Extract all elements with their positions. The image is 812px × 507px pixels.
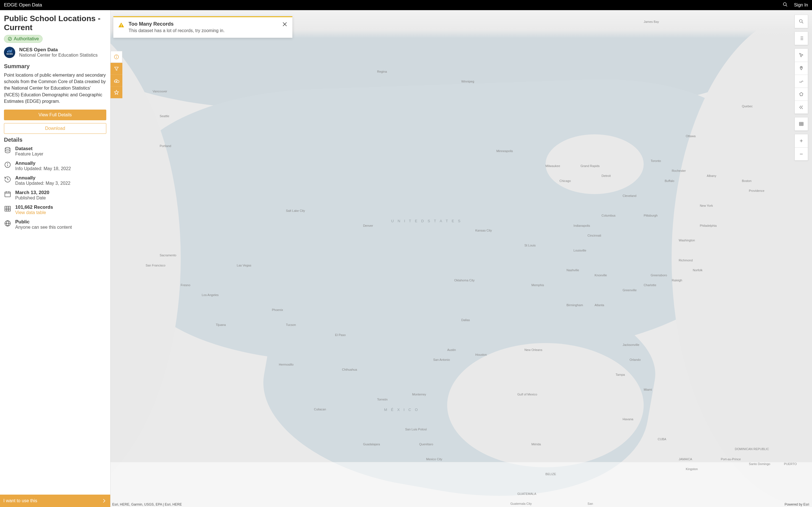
sidebar: Public School Locations - Current Author… (0, 10, 110, 507)
map-canvas[interactable]: U N I T E D S T A T E S M É X I C O Regi… (110, 10, 812, 507)
detail-records-title: 101,662 Records (15, 205, 53, 210)
alert-body: This dataset has a lot of records, try z… (129, 28, 225, 33)
legend-button[interactable] (795, 32, 808, 45)
org-logo: NCES (4, 47, 15, 58)
svg-line-1 (786, 5, 787, 6)
globe-icon (4, 220, 11, 227)
check-circle-icon (8, 37, 12, 41)
table-icon (4, 205, 11, 212)
app-header: EDGE Open Data Sign In (0, 0, 812, 10)
summary-heading: Summary (4, 63, 106, 69)
country-label-us: U N I T E D S T A T E S (391, 219, 462, 223)
svg-point-3 (5, 147, 10, 149)
too-many-records-alert: Too Many Records This dataset has a lot … (113, 16, 292, 38)
zoom-out-button[interactable] (795, 147, 808, 160)
svg-line-26 (802, 22, 803, 23)
badge-label: Authoritative (14, 36, 39, 41)
svg-point-33 (801, 67, 802, 68)
view-full-details-button[interactable]: View Full Details (4, 110, 106, 120)
map-label: JAMAICA (679, 457, 692, 461)
collapse-button[interactable] (795, 101, 808, 114)
detail-data-sub: Data Updated: May 3, 2022 (15, 181, 70, 186)
measure-tool-button[interactable] (795, 75, 808, 88)
filter-tab-button[interactable] (110, 63, 122, 75)
country-label-mx: M É X I C O (384, 407, 419, 412)
sign-in-link[interactable]: Sign In (794, 3, 808, 8)
detail-public-sub: Anyone can see this content (15, 225, 72, 230)
org-subtitle: National Center for Education Statistics (19, 53, 98, 58)
map-label: Seattle (160, 114, 169, 118)
map[interactable]: U N I T E D S T A T E S M É X I C O Regi… (110, 10, 812, 507)
detail-public-title: Public (15, 219, 72, 225)
download-tab-button[interactable] (110, 75, 122, 87)
detail-dataset-title: Dataset (15, 146, 43, 152)
close-icon[interactable] (282, 21, 288, 27)
details-heading: Details (4, 136, 106, 143)
svg-rect-11 (5, 206, 10, 211)
svg-point-6 (7, 163, 8, 164)
layers-icon (4, 147, 11, 154)
svg-rect-34 (799, 122, 803, 126)
svg-point-23 (116, 56, 117, 56)
detail-published-title: March 13, 2020 (15, 190, 49, 195)
alert-title: Too Many Records (129, 21, 225, 27)
search-icon[interactable] (783, 2, 788, 8)
map-search-button[interactable] (795, 15, 808, 28)
detail-dataset-sub: Feature Layer (15, 152, 43, 157)
svg-marker-24 (114, 90, 119, 94)
left-toolbar (110, 51, 122, 98)
page-title: Public School Locations - Current (4, 14, 106, 32)
warning-icon (118, 22, 124, 29)
select-tool-button[interactable] (795, 49, 808, 62)
svg-point-0 (783, 3, 786, 6)
org-name[interactable]: NCES Open Data (19, 47, 98, 53)
detail-info-title: Annually (15, 161, 71, 166)
history-icon (4, 176, 11, 183)
pin-tool-button[interactable] (795, 62, 808, 75)
view-data-table-link[interactable]: View data table (15, 210, 53, 215)
shape-tool-button[interactable] (795, 88, 808, 101)
attribute-table-button[interactable] (795, 117, 808, 130)
chevron-right-icon (101, 498, 107, 504)
map-attribution: Esri, HERE, Garmin, USGS, EPA | Esri, HE… (112, 503, 182, 506)
favorite-tab-button[interactable] (110, 87, 122, 98)
svg-rect-7 (5, 192, 10, 196)
summary-text: Point locations of public elementary and… (4, 72, 106, 105)
info-tab-button[interactable] (110, 51, 122, 63)
svg-rect-18 (121, 26, 121, 27)
use-this-label: I want to use this (3, 498, 37, 503)
detail-info-sub: Info Updated: May 18, 2022 (15, 166, 71, 171)
info-icon (4, 161, 11, 168)
svg-point-25 (799, 19, 802, 22)
map-label: CUBA (658, 438, 666, 441)
detail-published-sub: Published Date (15, 195, 49, 201)
zoom-in-button[interactable] (795, 134, 808, 147)
svg-rect-17 (121, 24, 121, 26)
powered-by[interactable]: Powered by Esri (784, 503, 809, 506)
authoritative-badge: Authoritative (4, 35, 43, 43)
calendar-icon (4, 190, 11, 198)
download-button[interactable]: Download (4, 123, 106, 134)
detail-data-title: Annually (15, 175, 70, 181)
i-want-to-use-this-button[interactable]: I want to use this (0, 495, 110, 507)
brand-name[interactable]: EDGE Open Data (4, 2, 42, 8)
right-map-controls (795, 15, 808, 161)
